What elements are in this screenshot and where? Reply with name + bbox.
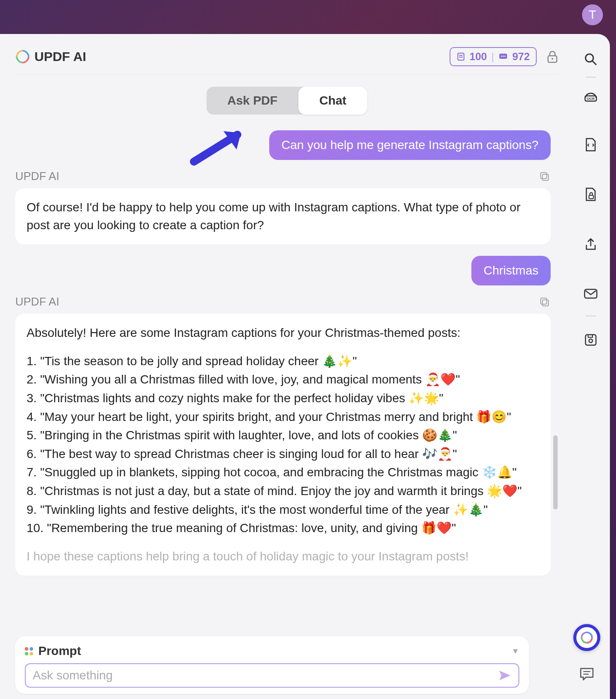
caption-item: 7. "Snuggled up in blankets, sipping hot… xyxy=(27,464,539,482)
tab-ask-pdf[interactable]: Ask PDF xyxy=(206,87,298,115)
divider xyxy=(586,316,596,316)
svg-rect-17 xyxy=(589,195,593,199)
caption-item: 10. "Remembering the true meaning of Chr… xyxy=(27,519,539,537)
page-count: 100 xyxy=(470,51,487,63)
svg-point-8 xyxy=(552,58,553,60)
svg-rect-18 xyxy=(585,289,597,298)
copy-icon[interactable] xyxy=(538,170,551,183)
scrollbar-thumb[interactable] xyxy=(553,435,558,509)
svg-text:OCR: OCR xyxy=(587,97,595,101)
caption-item: 4. "May your heart be light, your spirit… xyxy=(27,408,539,426)
ai-outro-text: I hope these captions help bring a touch… xyxy=(27,548,539,566)
ai-message: Of course! I'd be happy to help you come… xyxy=(15,188,551,244)
chevron-down-icon: ▼ xyxy=(511,647,519,656)
page-icon xyxy=(457,52,465,61)
chat-area: Can you help me generate Instagram capti… xyxy=(15,130,558,699)
mail-icon[interactable] xyxy=(582,285,599,302)
sidebar: OCR xyxy=(572,34,610,699)
svg-point-20 xyxy=(589,339,592,343)
arrow-annotation-icon xyxy=(190,130,246,166)
user-message: Christmas xyxy=(471,256,551,285)
svg-rect-19 xyxy=(586,335,596,345)
svg-line-14 xyxy=(592,61,596,64)
svg-point-6 xyxy=(504,56,506,57)
prompt-selector[interactable]: Prompt ▼ xyxy=(25,644,519,658)
svg-rect-11 xyxy=(542,300,548,306)
svg-point-5 xyxy=(503,56,504,57)
message-input[interactable] xyxy=(33,668,498,682)
main-panel: UPDF AI 100 | 972 Ask PDF Chat xyxy=(0,34,610,699)
lock-icon[interactable] xyxy=(546,50,558,64)
caption-item: 5. "Bringing in the Christmas spirit wit… xyxy=(27,427,539,445)
composer: Prompt ▼ xyxy=(15,636,529,694)
caption-item: 2. "Wishing you all a Christmas filled w… xyxy=(27,371,539,389)
prompt-dots-icon xyxy=(25,647,33,655)
ai-message: Absolutely! Here are some Instagram capt… xyxy=(15,314,551,576)
svg-rect-12 xyxy=(541,298,547,304)
ocr-icon[interactable]: OCR xyxy=(582,86,599,104)
caption-item: 1. "Tis the season to be jolly and sprea… xyxy=(27,353,539,370)
svg-point-4 xyxy=(501,56,502,57)
ai-name-label: UPDF AI xyxy=(15,170,59,183)
separator: | xyxy=(491,51,494,63)
chat-bubble-icon xyxy=(498,52,508,61)
ai-name-label: UPDF AI xyxy=(15,295,59,309)
user-message: Can you help me generate Instagram capti… xyxy=(269,130,551,160)
tab-chat[interactable]: Chat xyxy=(298,87,367,115)
ai-fab-button[interactable] xyxy=(573,624,600,651)
svg-rect-21 xyxy=(588,335,592,337)
usage-counts[interactable]: 100 | 972 xyxy=(450,47,537,66)
divider xyxy=(586,77,596,78)
header: UPDF AI 100 | 972 xyxy=(15,47,558,75)
chat-lines-icon[interactable] xyxy=(579,666,595,682)
ai-intro-text: Absolutely! Here are some Instagram capt… xyxy=(27,324,539,342)
credit-count: 972 xyxy=(512,51,530,63)
share-icon[interactable] xyxy=(582,235,599,253)
app-title: UPDF AI xyxy=(34,49,450,64)
app-logo-icon xyxy=(579,630,594,645)
search-icon[interactable] xyxy=(582,51,599,68)
caption-item: 3. "Christmas lights and cozy nights mak… xyxy=(27,390,539,407)
caption-item: 8. "Christmas is not just a day, but a s… xyxy=(27,482,539,500)
save-icon[interactable] xyxy=(582,331,599,349)
app-logo-icon xyxy=(15,49,30,64)
protect-icon[interactable] xyxy=(582,186,599,203)
user-avatar[interactable]: T xyxy=(582,4,603,25)
prompt-label: Prompt xyxy=(38,644,81,658)
convert-icon[interactable] xyxy=(582,136,599,153)
copy-icon[interactable] xyxy=(538,296,551,308)
caption-item: 9. "Twinkling lights and festive delight… xyxy=(27,501,539,519)
caption-item: 6. "The best way to spread Christmas che… xyxy=(27,445,539,463)
send-icon[interactable] xyxy=(498,670,511,681)
tab-bar: Ask PDF Chat xyxy=(15,87,558,115)
svg-rect-10 xyxy=(541,173,547,179)
svg-rect-9 xyxy=(542,174,548,180)
